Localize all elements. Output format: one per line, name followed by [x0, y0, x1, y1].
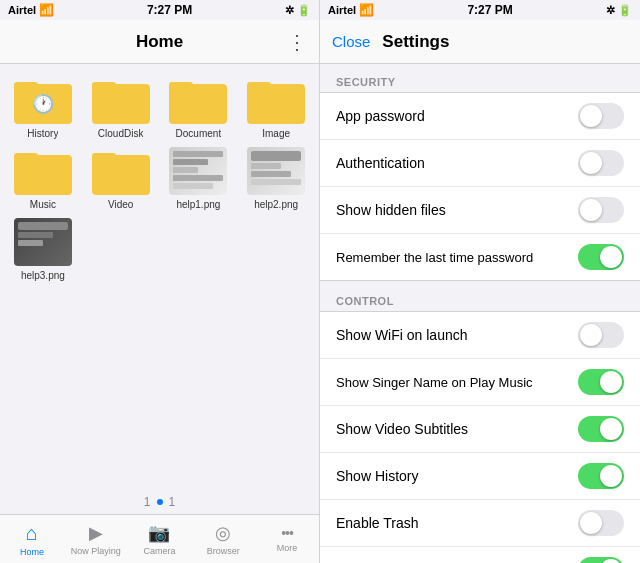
show-subtitles-label: Show Video Subtitles [336, 421, 578, 437]
settings-content: SECURITY App password Authentication Sho… [320, 64, 640, 563]
tab-more-label: More [277, 543, 298, 553]
now-playing-icon: ▶ [89, 522, 103, 544]
file-label-help2: help2.png [254, 199, 298, 210]
file-item-video[interactable]: Video [86, 147, 156, 210]
file-item-help1[interactable]: help1.png [164, 147, 234, 210]
right-status-bar: Airtel 📶 7:27 PM ✲ 🔋 [320, 0, 640, 20]
right-wifi-icon: 📶 [359, 3, 374, 17]
file-label-help1: help1.png [176, 199, 220, 210]
folder-clouddisk-icon [92, 76, 150, 124]
tab-more[interactable]: ••• More [255, 515, 319, 563]
tab-camera[interactable]: 📷 Camera [128, 515, 192, 563]
camera-icon: 📷 [148, 522, 170, 544]
settings-row-remember-password: Remember the last time password [320, 234, 640, 280]
thumb-help1 [169, 147, 227, 195]
show-hidden-files-label: Show hidden files [336, 202, 578, 218]
tab-browser-label: Browser [207, 546, 240, 556]
enable-trash-label: Enable Trash [336, 515, 578, 531]
bluetooth-icon: ✲ [285, 4, 294, 17]
show-singer-label: Show Singer Name on Play Music [336, 375, 578, 390]
tab-home[interactable]: ⌂ Home [0, 515, 64, 563]
carrier-label: Airtel [8, 4, 36, 16]
status-right: ✲ 🔋 [285, 4, 311, 17]
show-singer-toggle[interactable] [578, 369, 624, 395]
tab-home-label: Home [20, 547, 44, 557]
file-label-document: Document [176, 128, 222, 139]
tab-camera-label: Camera [143, 546, 175, 556]
settings-row-show-subtitles: Show Video Subtitles [320, 406, 640, 453]
settings-row-show-history: Show History [320, 453, 640, 500]
file-item-history[interactable]: 🕐 History [8, 76, 78, 139]
settings-row-enable-trash: Enable Trash [320, 500, 640, 547]
file-item-help3[interactable]: help3.png [8, 218, 78, 281]
show-hidden-files-knob [580, 199, 602, 221]
file-item-help2[interactable]: help2.png [241, 147, 311, 210]
bottom-tabs: ⌂ Home ▶ Now Playing 📷 Camera ◎ Browser … [0, 514, 319, 563]
show-cloud-disk-knob [600, 559, 622, 563]
enable-trash-toggle[interactable] [578, 510, 624, 536]
file-item-image[interactable]: Image [241, 76, 311, 139]
control-settings-group: Show WiFi on launch Show Singer Name on … [320, 311, 640, 563]
page-num-1: 1 [144, 495, 151, 509]
folder-music-icon [14, 147, 72, 195]
home-title: Home [136, 32, 183, 52]
show-wifi-toggle[interactable] [578, 322, 624, 348]
more-icon: ••• [281, 525, 293, 541]
show-history-label: Show History [336, 468, 578, 484]
show-hidden-files-toggle[interactable] [578, 197, 624, 223]
right-status-left: Airtel 📶 [328, 3, 374, 17]
show-wifi-label: Show WiFi on launch [336, 327, 578, 343]
settings-row-show-wifi: Show WiFi on launch [320, 312, 640, 359]
right-time-label: 7:27 PM [467, 3, 512, 17]
more-button[interactable]: ⋮ [287, 30, 307, 54]
show-singer-knob [600, 371, 622, 393]
security-section-header: SECURITY [320, 64, 640, 92]
settings-row-authentication: Authentication [320, 140, 640, 187]
pagination: 1 1 [0, 490, 319, 514]
thumb-help2 [247, 147, 305, 195]
folder-video-icon [92, 147, 150, 195]
file-item-music[interactable]: Music [8, 147, 78, 210]
left-status-bar: Airtel 📶 7:27 PM ✲ 🔋 [0, 0, 319, 20]
authentication-toggle[interactable] [578, 150, 624, 176]
app-password-toggle[interactable] [578, 103, 624, 129]
home-icon: ⌂ [26, 522, 38, 545]
nav-header: Home ⋮ [0, 20, 319, 64]
show-subtitles-knob [600, 418, 622, 440]
remember-password-toggle[interactable] [578, 244, 624, 270]
tab-now-playing[interactable]: ▶ Now Playing [64, 515, 128, 563]
right-status-right: ✲ 🔋 [606, 4, 632, 17]
file-label-history: History [27, 128, 58, 139]
enable-trash-knob [580, 512, 602, 534]
close-button[interactable]: Close [332, 33, 370, 50]
show-cloud-disk-toggle[interactable] [578, 557, 624, 563]
thumb-help3 [14, 218, 72, 266]
show-history-toggle[interactable] [578, 463, 624, 489]
app-password-knob [580, 105, 602, 127]
settings-row-app-password: App password [320, 93, 640, 140]
right-carrier-label: Airtel [328, 4, 356, 16]
page-num-2: 1 [169, 495, 176, 509]
control-section-header: CONTROL [320, 283, 640, 311]
remember-password-label: Remember the last time password [336, 250, 578, 265]
wifi-icon: 📶 [39, 3, 54, 17]
page-dot [157, 499, 163, 505]
file-item-clouddisk[interactable]: CloudDisk [86, 76, 156, 139]
file-label-music: Music [30, 199, 56, 210]
file-label-video: Video [108, 199, 133, 210]
folder-history-icon: 🕐 [14, 76, 72, 124]
right-bluetooth-icon: ✲ [606, 4, 615, 17]
show-subtitles-toggle[interactable] [578, 416, 624, 442]
file-label-clouddisk: CloudDisk [98, 128, 144, 139]
show-history-knob [600, 465, 622, 487]
show-wifi-knob [580, 324, 602, 346]
right-nav-header: Close Settings [320, 20, 640, 64]
file-item-document[interactable]: Document [164, 76, 234, 139]
remember-password-knob [600, 246, 622, 268]
tab-browser[interactable]: ◎ Browser [191, 515, 255, 563]
folder-document-icon [169, 76, 227, 124]
status-left: Airtel 📶 [8, 3, 54, 17]
file-label-image: Image [262, 128, 290, 139]
right-panel: Airtel 📶 7:27 PM ✲ 🔋 Close Settings SECU… [320, 0, 640, 563]
left-panel: Airtel 📶 7:27 PM ✲ 🔋 Home ⋮ 🕐 History [0, 0, 320, 563]
